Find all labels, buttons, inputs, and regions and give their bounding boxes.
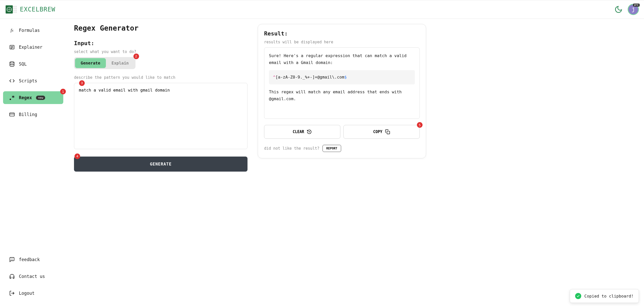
sidebar-bottom: feedback Contact us Logout	[0, 253, 66, 303]
toast: Copied to clipboard!	[570, 289, 639, 303]
report-button[interactable]: REPORT	[323, 145, 341, 152]
main-layout: fx Formulas Explainer SQL Scripts	[0, 19, 644, 308]
sidebar-item-label: Billing	[19, 112, 37, 117]
clear-label: CLEAR	[293, 130, 304, 134]
clear-button[interactable]: CLEAR	[264, 125, 340, 139]
report-row: did not like the result? REPORT	[264, 145, 420, 152]
regex-code-block: ^[a-zA-Z0-9._%+-]+@gmail\.com$	[269, 70, 415, 84]
sidebar: fx Formulas Explainer SQL Scripts	[0, 19, 66, 308]
textarea-help-text: describe the pattern you would like to m…	[74, 75, 247, 80]
result-panel: Result: results will be displayed here S…	[258, 24, 426, 158]
page-title: Regex Generator	[74, 24, 247, 32]
report-prompt: did not like the result?	[264, 146, 319, 151]
sidebar-item-label: Contact us	[19, 274, 45, 279]
regex-body: [a-zA-Z0-9._%+-]+@gmail\.com	[276, 75, 344, 80]
content: Regex Generator Input: select what you w…	[66, 19, 644, 308]
annotation-marker-3: 3	[79, 80, 85, 86]
brand-text: EXCELBREW	[20, 6, 55, 13]
sidebar-item-sql[interactable]: SQL	[3, 58, 63, 70]
sidebar-item-label: Explainer	[19, 45, 42, 50]
toggle-help-text: select what you want to do?	[74, 49, 247, 54]
copy-icon	[385, 129, 390, 134]
sidebar-item-logout[interactable]: Logout	[3, 287, 63, 300]
regex-end-anchor: $	[344, 75, 347, 80]
card-icon	[9, 112, 15, 117]
svg-point-15	[10, 62, 14, 63]
sidebar-item-billing[interactable]: Billing	[3, 108, 63, 121]
sidebar-item-label: Formulas	[19, 28, 40, 33]
annotation-marker-2: 2	[133, 54, 139, 59]
sidebar-item-label: feedback	[19, 257, 40, 262]
regex-start-anchor: ^	[273, 75, 276, 80]
action-buttons: CLEAR COPY 5	[264, 125, 420, 139]
avatar-letter: j	[631, 6, 635, 13]
toast-message: Copied to clipboard!	[584, 294, 634, 299]
toggle-explain-button[interactable]: Explain	[106, 58, 134, 68]
theme-toggle-icon[interactable]	[614, 5, 623, 14]
code-icon	[9, 78, 15, 84]
result-outro: This regex will match any email address …	[269, 88, 415, 102]
svg-point-20	[12, 260, 12, 260]
logout-icon	[9, 290, 15, 296]
copy-label: COPY	[373, 130, 382, 134]
generate-button[interactable]: GENERATE	[74, 157, 247, 172]
sidebar-item-label: Scripts	[19, 78, 37, 83]
header-right: j pro	[614, 4, 639, 15]
svg-point-22	[309, 132, 310, 132]
result-box: Sure! Here's a regular expression that c…	[264, 47, 420, 119]
toggle-generate-button[interactable]: Generate	[75, 58, 106, 68]
annotation-marker-4: 4	[75, 153, 80, 159]
database-icon	[9, 61, 15, 67]
input-label: Input:	[74, 40, 247, 46]
copy-button[interactable]: COPY 5	[343, 125, 420, 139]
feedback-icon	[9, 257, 15, 262]
mode-toggle: Generate Explain 2	[74, 57, 135, 69]
sidebar-item-feedback[interactable]: feedback	[3, 253, 63, 266]
logo-icon	[5, 3, 17, 16]
explainer-icon	[9, 44, 15, 50]
svg-point-16	[10, 99, 11, 100]
sidebar-item-label: Logout	[19, 291, 34, 296]
annotation-marker-1: 1	[60, 89, 66, 94]
avatar[interactable]: j pro	[628, 4, 639, 15]
regex-icon	[9, 95, 15, 100]
headset-icon	[9, 274, 15, 279]
new-badge: new	[36, 96, 45, 100]
sidebar-item-explainer[interactable]: Explainer	[3, 41, 63, 54]
pattern-input[interactable]	[74, 83, 247, 149]
input-panel: Regex Generator Input: select what you w…	[74, 24, 247, 303]
svg-rect-23	[387, 131, 390, 134]
sidebar-item-regex[interactable]: Regex new 1	[3, 91, 63, 104]
sidebar-item-formulas[interactable]: fx Formulas	[3, 24, 63, 37]
sidebar-item-label: Regex	[19, 95, 32, 100]
svg-rect-17	[10, 113, 14, 116]
header: EXCELBREW j pro	[0, 0, 644, 19]
annotation-marker-5: 5	[417, 122, 423, 128]
logo-area[interactable]: EXCELBREW	[5, 3, 55, 16]
sidebar-item-contact[interactable]: Contact us	[3, 270, 63, 283]
avatar-badge: pro	[633, 4, 640, 7]
result-intro: Sure! Here's a regular expression that c…	[269, 52, 415, 66]
result-help-text: results will be displayed here	[264, 40, 420, 44]
check-icon	[575, 293, 581, 299]
textarea-wrapper: 3	[74, 83, 247, 150]
sidebar-item-label: SQL	[19, 61, 27, 67]
reset-icon	[307, 129, 312, 134]
fx-icon: fx	[9, 28, 15, 33]
sidebar-item-scripts[interactable]: Scripts	[3, 74, 63, 87]
sidebar-top: fx Formulas Explainer SQL Scripts	[0, 24, 66, 124]
result-label: Result:	[264, 30, 420, 37]
